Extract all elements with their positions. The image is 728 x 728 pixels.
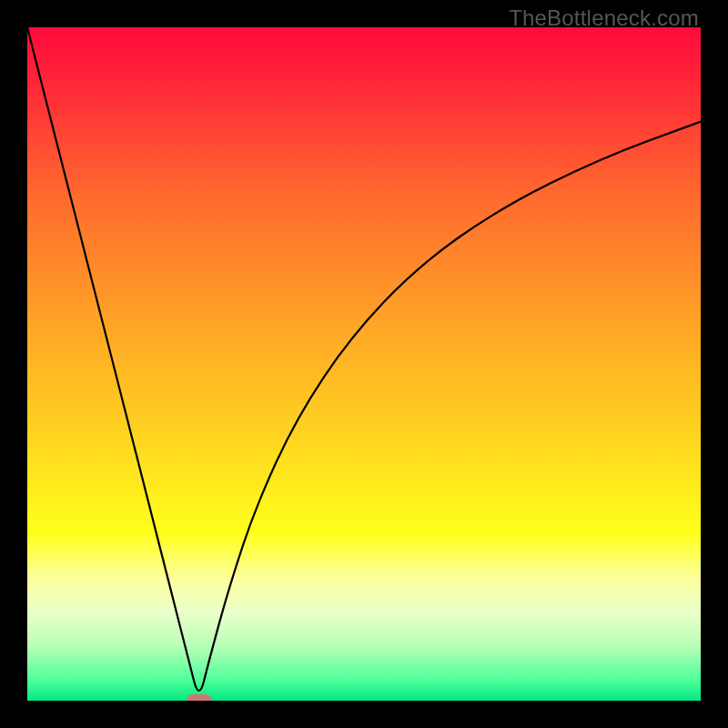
bottleneck-marker: [187, 694, 212, 701]
curve-path: [27, 27, 701, 691]
plot-area: [27, 27, 701, 701]
curve-svg: [27, 27, 701, 701]
watermark-text: TheBottleneck.com: [509, 5, 699, 31]
chart-frame: TheBottleneck.com: [0, 0, 728, 728]
